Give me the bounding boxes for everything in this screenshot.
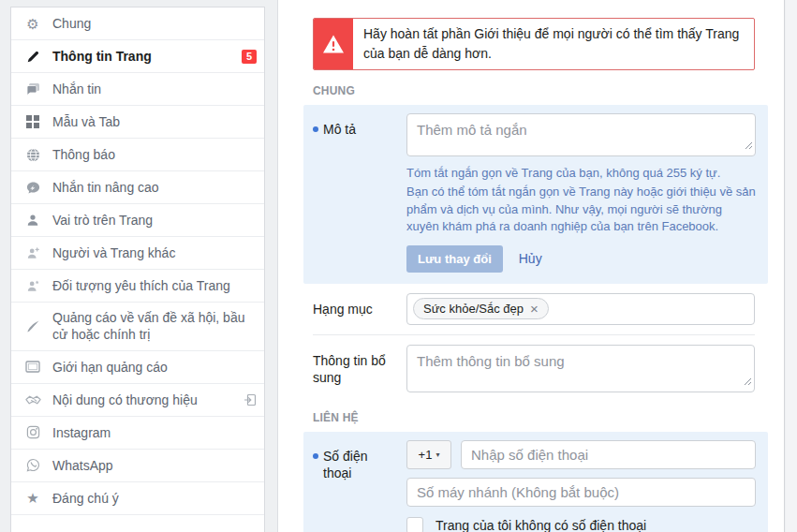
sidebar-item-advanced-messaging[interactable]: Nhắn tin nâng cao: [11, 171, 264, 204]
sidebar-item-preferred-audience[interactable]: Đối tượng yêu thích của Trang: [11, 270, 264, 303]
grid-icon: [24, 115, 41, 128]
gear-icon: ⚙: [24, 17, 41, 31]
sidebar-item-label: Người và Trang khác: [52, 238, 257, 268]
description-editor-box: Mô tả Tóm tắt ngắn gọn về Trang của bạn,…: [303, 105, 768, 284]
category-tag[interactable]: Sức khỏe/Sắc đẹp ×: [413, 298, 549, 319]
section-header-contact: LIÊN HỆ: [313, 411, 755, 424]
warning-text: Hãy hoàn tất phần Giới thiệu để mọi ngườ…: [353, 19, 754, 69]
divider: [313, 334, 755, 335]
sidebar-item-label: WhatsApp: [52, 451, 257, 480]
additional-info-label: Thông tin bổ sung: [313, 345, 406, 392]
section-header-general: CHUNG: [313, 84, 755, 97]
scrollbar-track[interactable]: [786, 0, 797, 532]
sidebar-item-label: Nhắn tin: [52, 74, 257, 104]
sidebar-item-whatsapp[interactable]: WhatsApp: [11, 450, 264, 482]
sidebar-item-label: Đáng chú ý: [52, 483, 257, 513]
sidebar-item-featured[interactable]: ★ Đáng chú ý: [11, 482, 264, 515]
settings-sidebar: ⚙ Chung Thông tin Trang 5 Nhắn tin Mẫu v…: [10, 7, 265, 532]
description-textarea[interactable]: [406, 113, 756, 156]
phone-label: Số điện thoại: [313, 440, 406, 532]
sidebar-item-branded-content[interactable]: Nội dung có thương hiệu: [11, 384, 264, 417]
sidebar-item-ad-limits[interactable]: Giới hạn quảng cáo: [11, 351, 264, 384]
required-dot: [313, 453, 318, 459]
sidebar-item-templates-tabs[interactable]: Mẫu và Tab: [11, 106, 264, 139]
sidebar-item-label: Quảng cáo về vấn đề xã hội, bầu cử hoặc …: [52, 303, 257, 350]
sidebar-item-people-other-pages[interactable]: Người và Trang khác: [11, 237, 264, 270]
facebook-page-settings: ⚙ Chung Thông tin Trang 5 Nhắn tin Mẫu v…: [0, 0, 797, 532]
category-label: Hạng mục: [313, 293, 406, 325]
person-icon: [24, 214, 41, 227]
description-help-2: Bạn có thể tóm tắt ngắn gọn về Trang này…: [406, 184, 756, 235]
sidebar-item-label: Thông báo: [52, 140, 257, 170]
instagram-icon: [24, 425, 41, 439]
sidebar-item-page-roles[interactable]: Vai trò trên Trang: [11, 204, 264, 237]
sidebar-item-page-info[interactable]: Thông tin Trang 5: [11, 40, 264, 73]
monitor-icon: [24, 361, 41, 374]
sidebar-item-issue-ads[interactable]: Quảng cáo về vấn đề xã hội, bầu cử hoặc …: [11, 303, 264, 351]
sidebar-item-notifications[interactable]: Thông báo: [11, 139, 264, 171]
chevron-down-icon: ▾: [435, 451, 439, 459]
no-phone-checkbox-label: Trang của tôi không có số điện thoại: [435, 518, 646, 532]
sidebar-item-label: Instagram: [52, 418, 257, 448]
country-code-dropdown[interactable]: +1 ▾: [406, 440, 451, 469]
whatsapp-icon: [24, 458, 41, 472]
sidebar-item-label: Nội dung có thương hiệu: [52, 385, 238, 415]
warning-banner: Hãy hoàn tất phần Giới thiệu để mọi ngườ…: [313, 18, 755, 70]
extension-input[interactable]: [406, 478, 756, 507]
person-star-icon: [24, 279, 41, 292]
description-help-1: Tóm tắt ngắn gọn về Trang của bạn, không…: [406, 165, 756, 182]
sidebar-item-label: Giới hạn quảng cáo: [52, 352, 257, 382]
globe-icon: [24, 148, 41, 162]
chat-icon: [24, 82, 41, 96]
page-info-panel: Hãy hoàn tất phần Giới thiệu để mọi ngườ…: [277, 0, 785, 532]
description-label: Mô tả: [313, 113, 406, 273]
sidebar-item-label: Chung: [52, 8, 257, 38]
required-dot: [313, 126, 318, 132]
remove-tag-icon[interactable]: ×: [530, 302, 539, 316]
sidebar-item-label: Mẫu và Tab: [52, 107, 257, 137]
sidebar-item-label: Thông tin Trang: [52, 41, 234, 71]
sidebar-item-label: Đối tượng yêu thích của Trang: [52, 271, 257, 301]
handshake-icon: [24, 394, 41, 406]
chat-send-icon: [24, 181, 41, 195]
sidebar-item-messaging[interactable]: Nhắn tin: [11, 73, 264, 106]
cancel-button[interactable]: Hủy: [519, 251, 542, 266]
external-link-icon: [244, 393, 257, 406]
sidebar-item-label: Vai trò trên Trang: [52, 205, 257, 235]
sidebar-item-label: Nhắn tin nâng cao: [52, 172, 257, 202]
additional-info-textarea[interactable]: [406, 345, 755, 392]
warning-triangle-icon: [314, 19, 353, 69]
additional-info-row: Thông tin bổ sung: [313, 345, 755, 392]
person-add-icon: [24, 246, 41, 259]
save-changes-button[interactable]: Lưu thay đổi: [406, 245, 503, 273]
pencil-icon: [24, 50, 41, 64]
category-row: Hạng mục Sức khỏe/Sắc đẹp ×: [313, 293, 755, 325]
sidebar-item-instagram[interactable]: Instagram: [11, 417, 264, 450]
category-input[interactable]: Sức khỏe/Sắc đẹp ×: [406, 293, 755, 325]
phone-number-input[interactable]: [461, 440, 756, 469]
no-phone-checkbox[interactable]: [406, 517, 423, 532]
star-icon: ★: [24, 491, 41, 505]
notification-badge: 5: [242, 50, 257, 64]
phone-editor-box: Số điện thoại +1 ▾ Trang của tôi không c…: [303, 432, 768, 532]
sidebar-item-general[interactable]: ⚙ Chung: [11, 7, 264, 40]
pen-icon: [24, 319, 41, 333]
